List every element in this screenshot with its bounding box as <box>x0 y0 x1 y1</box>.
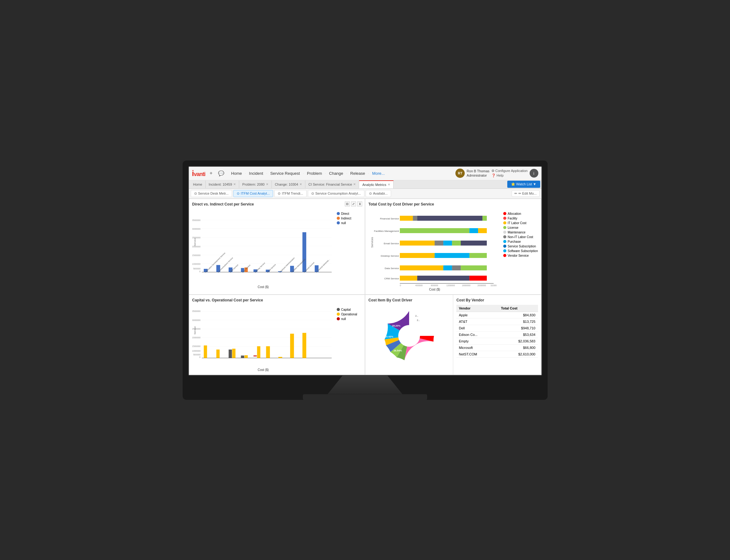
svg-rect-49 <box>469 228 478 233</box>
vendor-cost: $2,036,583 <box>499 338 538 344</box>
legend-facility-dot <box>503 217 506 220</box>
user-section: RT Ron B Thomas Administrator ⚙ Configur… <box>456 169 538 178</box>
svg-rect-56 <box>400 253 435 258</box>
legend-capital: Capital <box>337 308 361 311</box>
tab-home[interactable]: Home <box>190 181 206 188</box>
vendor-name: NetST.COM <box>456 351 498 357</box>
watch-list-button[interactable]: ⭐ Watch List ▼ <box>507 181 540 188</box>
nav-release[interactable]: Release <box>348 170 368 177</box>
sub-tab-availability[interactable]: ⊙ Availabi... <box>366 190 392 197</box>
vendor-table-row: Apple $84,830 <box>456 312 538 318</box>
svg-text:26.54%: 26.54% <box>394 349 402 352</box>
tab-ci[interactable]: CI Service: Financial Service ✕ <box>305 181 359 188</box>
vendor-cost: $948,710 <box>499 325 538 331</box>
tab-change[interactable]: Change: 10304 ✕ <box>272 181 305 188</box>
svg-rect-62 <box>461 265 487 270</box>
svg-text:0: 0 <box>400 284 401 287</box>
nav-incident[interactable]: Incident <box>247 170 266 177</box>
nav-home[interactable]: Home <box>229 170 244 177</box>
info-button[interactable]: i <box>530 169 538 178</box>
legend-service-sub-dot <box>503 245 506 248</box>
sub-tab-service-consumption[interactable]: ⊙ Service Consumption Analyt... <box>308 190 364 197</box>
svg-rect-63 <box>400 276 417 281</box>
nav-service-request[interactable]: Service Request <box>268 170 302 177</box>
tab-problem[interactable]: Problem: 2080 ✕ <box>239 181 272 188</box>
add-button[interactable]: + <box>208 170 214 177</box>
direct-indirect-panel: Direct vs. Indirect Cost per Service ⊡ ⤢… <box>189 199 365 295</box>
svg-text:500000: 500000 <box>193 354 200 356</box>
logo: ivanti <box>192 169 205 178</box>
vendor-table-row: Microsoft $66,800 <box>456 344 538 351</box>
vendor-cost: $53,634 <box>499 331 538 338</box>
vendor-table-row: Empty $2,036,583 <box>456 338 538 344</box>
svg-text:Data Service: Data Service <box>385 267 399 270</box>
monitor-screen: ivanti + 💬 Home · Incident · Service Req… <box>188 166 542 376</box>
svg-rect-51 <box>400 241 435 246</box>
edit-mode-button[interactable]: ✏ ✏ Edit Mo... <box>512 190 540 197</box>
svg-rect-54 <box>452 241 461 246</box>
configure-app-link[interactable]: ⚙ Configure Application <box>492 169 528 173</box>
svg-rect-25 <box>302 232 306 272</box>
capital-operational-panel: Capital vs. Operational Cost per Service… <box>189 295 365 375</box>
svg-text:2...: 2... <box>417 319 420 321</box>
sub-tab-service-desk[interactable]: ⊙ Service Desk Metr... <box>191 190 232 197</box>
edit-btn-label: ✏ Edit Mo... <box>519 192 537 196</box>
legend-software-sub-label: Software Subscription <box>508 249 538 253</box>
legend-non-it-labor-label: Non-IT Labor Cost <box>508 235 533 239</box>
legend-software-sub-dot <box>503 249 506 252</box>
tab-ci-close[interactable]: ✕ <box>353 183 356 186</box>
total-cost-panel: Total Cost by Cost Driver per Service Se… <box>365 199 542 295</box>
chat-button[interactable]: 💬 <box>217 170 225 177</box>
sub-tab-itfm-trend[interactable]: ⊙ ITFM Trendi... <box>274 190 306 197</box>
vendor-name: Dell <box>456 325 498 331</box>
svg-rect-97 <box>257 346 260 358</box>
svg-text:3500000: 3500000 <box>192 310 200 312</box>
svg-text:2500000: 2500000 <box>192 327 200 330</box>
vendor-table-row: Dell $948,710 <box>456 325 538 331</box>
monitor-stand <box>328 376 402 394</box>
tab-incident-close[interactable]: ✕ <box>233 183 236 186</box>
tab-analytic-close[interactable]: ✕ <box>388 183 390 186</box>
tab-analytic[interactable]: Analytic Metrics ✕ <box>359 180 393 188</box>
svg-rect-98 <box>266 346 270 358</box>
pie-donut-hole <box>398 325 420 347</box>
monitor-base <box>303 394 427 400</box>
legend-service-sub-label: Service Subscription <box>508 245 536 248</box>
svg-text:800000: 800000 <box>431 284 438 287</box>
capital-operational-x-label: Cost ($) <box>192 368 334 372</box>
sub-tab-itfm-cost[interactable]: ⊙ ITFM Cost Analyt... <box>233 190 273 197</box>
svg-text:0: 0 <box>199 356 200 358</box>
capital-operational-chart: Service 3500000 3000000 2500000 2000000 … <box>192 305 334 372</box>
svg-rect-45 <box>413 216 417 221</box>
svg-rect-55 <box>461 241 487 246</box>
total-cost-title: Total Cost by Cost Driver per Service <box>369 202 538 206</box>
svg-rect-99 <box>278 357 282 358</box>
tab-change-close[interactable]: ✕ <box>299 183 302 186</box>
vendor-table: Vendor Total Cost Apple $84,830 AT&T $13… <box>456 305 538 358</box>
total-cost-chart: Services Financial Service Facilities Ma… <box>369 209 501 291</box>
svg-rect-95 <box>244 355 248 358</box>
legend-direct: Direct <box>337 212 361 215</box>
direct-indirect-chart-area: Service 3500000 3000000 2500000 2000000 … <box>192 209 362 289</box>
legend-software-sub: Software Subscription <box>503 249 538 253</box>
capital-operational-legend: Capital Operational null <box>337 305 361 372</box>
tab-bar: Home Incident: 10459 ✕ Problem: 2080 ✕ C… <box>189 180 542 189</box>
panel-minimize-1[interactable]: ⊡ <box>345 201 350 206</box>
nav-change[interactable]: Change <box>326 170 346 177</box>
vendor-cost: $2,610,000 <box>499 351 538 357</box>
svg-text:Email Service: Email Service <box>266 263 276 273</box>
legend-purchase: Purchase <box>503 240 538 243</box>
cost-item-section: Cost Item By Cost Driver <box>365 295 453 375</box>
svg-rect-100 <box>290 333 293 358</box>
nav-more[interactable]: More... <box>370 170 387 177</box>
total-cost-chart-area: Services Financial Service Facilities Ma… <box>369 209 538 291</box>
panel-info-1[interactable]: ℹ <box>357 201 362 206</box>
help-link[interactable]: ❓ Help <box>492 173 528 178</box>
legend-null-2: null <box>337 317 361 321</box>
tab-problem-close[interactable]: ✕ <box>266 183 268 186</box>
legend-non-it-labor: Non-IT Labor Cost <box>503 235 538 239</box>
svg-text:32000: 32000 <box>491 284 497 287</box>
panel-expand-1[interactable]: ⤢ <box>351 201 356 206</box>
nav-problem[interactable]: Problem <box>304 170 324 177</box>
tab-incident[interactable]: Incident: 10459 ✕ <box>206 181 239 188</box>
